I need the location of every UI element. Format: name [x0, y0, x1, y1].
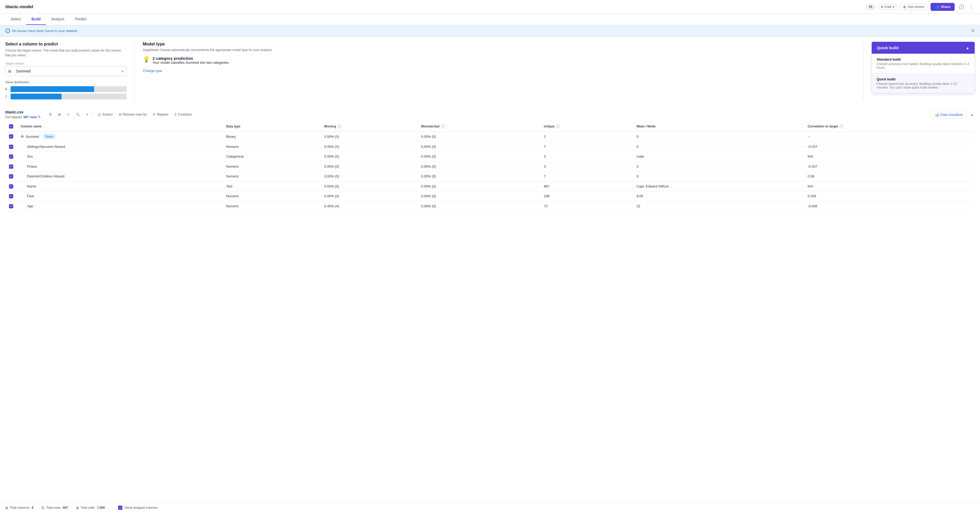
check-mark: ✓	[10, 195, 12, 198]
table-row: ✓ ⊕ Survived Target Binary 0.00% (0) 0.0…	[5, 131, 975, 142]
tab-analyze[interactable]: Analyze	[46, 14, 70, 25]
row-column-name-7: Age	[17, 201, 223, 211]
extract-button[interactable]: ⬜ Extract	[95, 111, 115, 118]
row-checkbox-cell: ✓	[5, 131, 17, 142]
dataset-left: titanic.csv Full dataset: 887 rows ✎ ☰ ⊞…	[5, 110, 194, 119]
row-checkbox-5[interactable]: ✓	[9, 184, 13, 188]
table-row: ✓ Pclass Numeric 0.00% (0) 0.00% (0) 3 3…	[5, 162, 975, 172]
row-checkbox-3[interactable]: ✓	[9, 164, 13, 169]
plus-icon: ⊕	[903, 5, 906, 9]
chart-icon: 📊	[935, 113, 939, 116]
select-all-checkbox[interactable]: ✓	[9, 124, 13, 129]
correlation-info-icon[interactable]: i	[840, 124, 843, 128]
standard-build-option[interactable]: Standard build Choose accuracy over spee…	[872, 54, 974, 73]
alert-close-button[interactable]: ✕	[971, 28, 975, 33]
list-view-button[interactable]: ☰	[46, 111, 54, 118]
replace-icon: ⟳	[153, 113, 155, 116]
data-table: ✓ Column name ↓ Data type Missin	[5, 122, 975, 211]
table-row: ✓ Parents/Children Aboard Numeric 0.00% …	[5, 171, 975, 182]
add-version-label: Add version	[908, 5, 924, 9]
check-mark: ✓	[10, 205, 12, 207]
row-checkbox-4[interactable]: ✓	[9, 174, 13, 178]
row-checkbox-7[interactable]: ✓	[9, 204, 13, 209]
row-checkbox-cell: ✓	[5, 191, 17, 201]
more-options-button[interactable]: ⋮	[968, 3, 975, 11]
header-data-type: Data type	[223, 122, 321, 131]
model-type-desc: SageMaker Canvas automatically recommend…	[143, 48, 856, 52]
row-mismatched-2: 0.00% (0)	[417, 151, 540, 162]
row-column-name-4: Parents/Children Aboard	[17, 171, 223, 182]
history-button[interactable]: 🕐	[957, 3, 965, 11]
data-visualizer-button[interactable]: 📊 Data visualizer	[931, 110, 967, 119]
add-version-button[interactable]: ⊕ Add version	[900, 4, 928, 10]
row-unique-0: 2	[540, 131, 633, 142]
version-badge: V1	[866, 4, 876, 10]
table-row: ✓ Name Text 0.00% (0) 0.00% (0) 887 Capt…	[5, 182, 975, 191]
replace-button[interactable]: ⟳ Replace	[150, 111, 171, 118]
draft-button[interactable]: Draft ▾	[878, 4, 897, 10]
tab-predict[interactable]: Predict	[70, 14, 92, 25]
select-column-title: Select a column to predict	[5, 42, 127, 46]
build-options-menu: Standard build Choose accuracy over spee…	[872, 54, 975, 93]
dataset-header: titanic.csv Full dataset: 887 rows ✎ ☰ ⊞…	[5, 110, 975, 119]
unique-info-icon[interactable]: i	[556, 124, 560, 128]
jump-button[interactable]: ≡	[84, 111, 91, 118]
target-column-select[interactable]: Survived	[5, 66, 127, 76]
full-dataset-label: Full dataset:	[5, 115, 22, 119]
quick-build-label: Quick build	[877, 46, 899, 50]
clock-icon: 🕐	[958, 4, 964, 10]
replace-label: Replace	[157, 113, 169, 116]
correlation-header: Correlation to target i	[808, 124, 971, 128]
target-column-icon: ⊕	[8, 69, 11, 74]
functions-button[interactable]: Σ Functions	[172, 111, 194, 118]
target-badge: Target	[43, 134, 56, 139]
filter-button[interactable]: ▽	[65, 111, 72, 118]
header: titanic-model V1 Draft ▾ ⊕ Add version 👥…	[0, 0, 980, 14]
row-checkbox-2[interactable]: ✓	[9, 155, 13, 159]
column-name-label: Column name	[21, 124, 41, 128]
chevron-up-icon: ▲	[966, 46, 969, 50]
grid-view-button[interactable]: ⊞	[56, 111, 64, 118]
edit-icon[interactable]: ✎	[38, 115, 41, 119]
extract-label: Extract	[103, 113, 112, 116]
quick-build-option[interactable]: Quick build Choose speed over accuracy. …	[872, 73, 974, 93]
row-missing-0: 0.00% (0)	[321, 131, 418, 142]
draft-label: Draft	[885, 5, 891, 9]
row-mean-mode-0: 0	[633, 131, 804, 142]
row-checkbox-1[interactable]: ✓	[9, 145, 13, 149]
row-correlation-1: -0.037	[804, 142, 975, 152]
mismatched-info-icon[interactable]: i	[441, 124, 445, 128]
tab-select[interactable]: Select	[5, 14, 26, 25]
row-mismatched-7: 0.00% (0)	[417, 201, 540, 211]
missing-header: Missing i	[324, 124, 414, 128]
row-column-name-3: Pclass	[17, 162, 223, 172]
build-options-panel: Quick build ▲ Standard build Choose accu…	[864, 42, 975, 101]
dataset-section: titanic.csv Full dataset: 887 rows ✎ ☰ ⊞…	[0, 106, 980, 211]
dataset-filename: titanic.csv	[5, 110, 41, 114]
row-unique-5: 887	[540, 182, 633, 191]
alert-message: No issues have been found in your datase…	[12, 29, 77, 33]
quick-build-button[interactable]: Quick build ▲	[872, 42, 975, 54]
row-correlation-6: 0.256	[804, 191, 975, 201]
missing-info-icon[interactable]: i	[337, 124, 341, 128]
header-mismatched: Mismatched i	[417, 122, 540, 131]
ellipsis-icon: ⋮	[969, 4, 974, 10]
row-checkbox-cell: ✓	[5, 142, 17, 152]
search-button[interactable]: 🔍	[73, 111, 83, 118]
row-checkbox-0[interactable]: ✓	[9, 134, 13, 139]
bar-fill-1	[11, 94, 62, 99]
tab-build[interactable]: Build	[26, 14, 46, 25]
collapse-button[interactable]: ▲	[969, 112, 975, 118]
table-row: ✓ Fare Numeric 0.00% (0) 0.00% (0) 248 8…	[5, 191, 975, 201]
remove-rows-button[interactable]: ⊟ Remove rows by	[116, 111, 149, 118]
row-data-type-0: Binary	[223, 131, 321, 142]
value-dist-label: Value distribution	[5, 80, 127, 84]
row-unique-6: 248	[540, 191, 633, 201]
row-name: Name	[27, 184, 36, 188]
share-button[interactable]: 👥 Share	[931, 3, 955, 11]
change-type-link[interactable]: Change type	[143, 69, 162, 73]
rows-count-link[interactable]: 887 rows	[24, 115, 37, 119]
column-name-header[interactable]: Column name ↓	[21, 124, 219, 128]
row-checkbox-6[interactable]: ✓	[9, 194, 13, 198]
check-mark: ✓	[10, 185, 12, 188]
